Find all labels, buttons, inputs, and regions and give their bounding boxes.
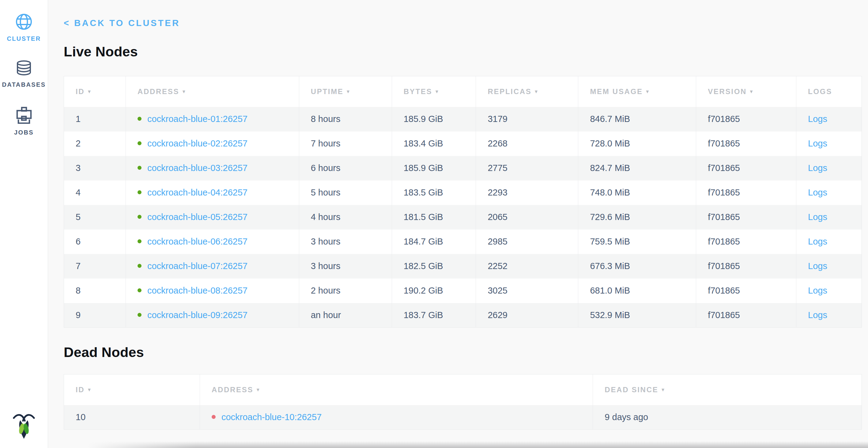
cell-logs: Logs [796,254,862,278]
table-row: 10cockroach-blue-10:262579 days ago [64,405,862,429]
node-address-link[interactable]: cockroach-blue-06:26257 [147,237,247,246]
cell-bytes: 185.9 GiB [392,156,476,180]
dead-nodes-table: ID▾ADDRESS▾DEAD SINCE▾ 10cockroach-blue-… [64,374,862,429]
cell-address: cockroach-blue-10:26257 [200,405,593,429]
cell-logs: Logs [796,230,862,254]
logs-link[interactable]: Logs [808,261,827,271]
sidebar-item-jobs[interactable]: JOBS [14,106,34,136]
node-address-link[interactable]: cockroach-blue-03:26257 [147,163,247,173]
sort-arrow-icon: ▾ [183,89,186,94]
cell-bytes: 181.5 GiB [392,205,476,230]
cell-mem_usage: 846.7 MiB [578,107,696,131]
cell-bytes: 183.7 GiB [392,303,476,328]
cell-dead_since: 9 days ago [593,405,862,429]
column-header-label: REPLICAS [488,87,531,96]
cell-uptime: 6 hours [299,156,392,180]
cell-mem_usage: 729.6 MiB [578,205,696,230]
column-header-bytes[interactable]: BYTES▾ [392,76,476,107]
sidebar-item-databases[interactable]: DATABASES [2,60,45,88]
cell-address: cockroach-blue-06:26257 [126,230,299,254]
column-header-label: ADDRESS [137,87,179,96]
cell-version: f701865 [696,205,796,230]
cell-id: 6 [64,230,126,254]
back-to-cluster-link[interactable]: < BACK TO CLUSTER [64,18,180,28]
node-address-link[interactable]: cockroach-blue-05:26257 [147,212,247,222]
node-address-link[interactable]: cockroach-blue-10:26257 [221,412,321,422]
table-header-row: ID▾ADDRESS▾DEAD SINCE▾ [64,375,862,405]
cell-replicas: 2985 [476,230,578,254]
column-header-version[interactable]: VERSION▾ [696,76,796,107]
logs-link[interactable]: Logs [808,286,827,295]
cell-id: 5 [64,205,126,230]
table-row: 4cockroach-blue-04:262575 hours183.5 GiB… [64,180,862,205]
column-header-address[interactable]: ADDRESS▾ [126,76,299,107]
cell-id: 1 [64,107,126,131]
cell-bytes: 183.4 GiB [392,131,476,156]
node-address-link[interactable]: cockroach-blue-01:26257 [147,114,247,124]
table-row: 8cockroach-blue-08:262572 hours190.2 GiB… [64,278,862,303]
cell-bytes: 184.7 GiB [392,230,476,254]
column-header-id[interactable]: ID▾ [64,76,126,107]
logs-link[interactable]: Logs [808,187,827,197]
cell-version: f701865 [696,230,796,254]
column-header-replicas[interactable]: REPLICAS▾ [476,76,578,107]
column-header-label: BYTES [404,87,432,96]
cell-mem_usage: 676.3 MiB [578,254,696,278]
cell-replicas: 2775 [476,156,578,180]
cell-id: 4 [64,180,126,205]
cell-replicas: 3025 [476,278,578,303]
table-row: 6cockroach-blue-06:262573 hours184.7 GiB… [64,230,862,254]
column-header-label: ADDRESS [212,386,253,394]
column-header-uptime[interactable]: UPTIME▾ [299,76,392,107]
column-header-logs: LOGS [796,76,862,107]
column-header-mem-usage[interactable]: MEM USAGE▾ [578,76,696,107]
sidebar-item-cluster[interactable]: CLUSTER [7,13,41,42]
cell-mem_usage: 532.9 MiB [578,303,696,328]
cell-version: f701865 [696,156,796,180]
node-address-link[interactable]: cockroach-blue-02:26257 [147,139,247,148]
logs-link[interactable]: Logs [808,163,827,173]
cell-uptime: 8 hours [299,107,392,131]
sidebar-nav: CLUSTER DATABASES [0,0,48,154]
cell-mem_usage: 748.0 MiB [578,180,696,205]
cell-version: f701865 [696,278,796,303]
cell-address: cockroach-blue-01:26257 [126,107,299,131]
sort-arrow-icon: ▾ [88,387,91,392]
node-status-dot [137,141,142,145]
sort-arrow-icon: ▾ [661,387,665,392]
node-address-link[interactable]: cockroach-blue-07:26257 [147,261,247,271]
cell-logs: Logs [796,156,862,180]
sidebar: CLUSTER DATABASES [0,0,48,448]
cell-uptime: 3 hours [299,230,392,254]
cell-id: 2 [64,131,126,156]
cell-bytes: 183.5 GiB [392,180,476,205]
cockroachdb-logo-icon[interactable] [11,411,36,440]
node-status-dot [137,166,142,170]
databases-icon [16,60,32,76]
node-address-link[interactable]: cockroach-blue-09:26257 [147,310,247,320]
node-status-dot [212,415,216,419]
cell-address: cockroach-blue-03:26257 [126,156,299,180]
cell-address: cockroach-blue-07:26257 [126,254,299,278]
cell-version: f701865 [696,180,796,205]
logs-link[interactable]: Logs [808,212,827,222]
cell-logs: Logs [796,131,862,156]
cell-id: 8 [64,278,126,303]
table-header-row: ID▾ADDRESS▾UPTIME▾BYTES▾REPLICAS▾MEM USA… [64,76,862,107]
cell-bytes: 190.2 GiB [392,278,476,303]
cell-version: f701865 [696,254,796,278]
cell-uptime: 5 hours [299,180,392,205]
column-header-id[interactable]: ID▾ [64,375,200,405]
node-address-link[interactable]: cockroach-blue-08:26257 [147,286,247,295]
node-address-link[interactable]: cockroach-blue-04:26257 [147,187,247,197]
logs-link[interactable]: Logs [808,310,827,320]
cell-address: cockroach-blue-02:26257 [126,131,299,156]
column-header-dead-since[interactable]: DEAD SINCE▾ [593,375,862,405]
cell-mem_usage: 824.7 MiB [578,156,696,180]
logs-link[interactable]: Logs [808,237,827,246]
logs-link[interactable]: Logs [808,139,827,148]
cell-logs: Logs [796,205,862,230]
cell-mem_usage: 728.0 MiB [578,131,696,156]
column-header-address[interactable]: ADDRESS▾ [200,375,593,405]
logs-link[interactable]: Logs [808,114,827,124]
